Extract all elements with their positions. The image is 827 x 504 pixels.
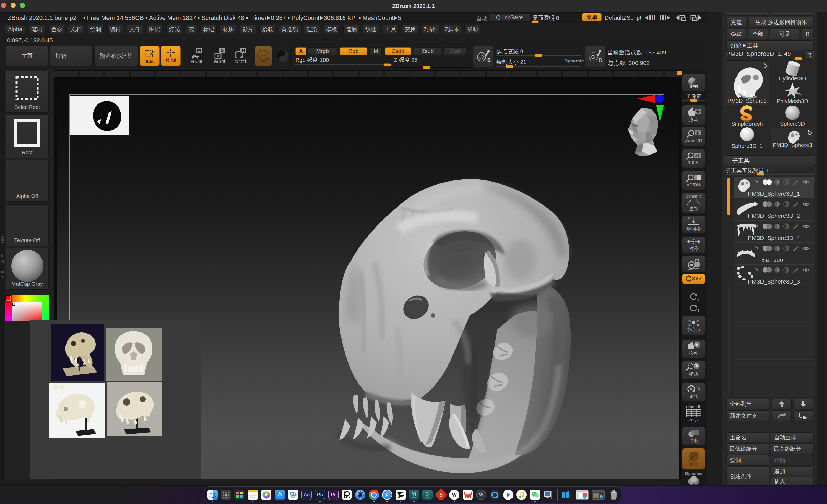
svg-text:M: M [197,48,201,53]
svg-text:z: z [697,308,700,313]
svg-text:D: D [598,57,603,64]
svg-text:S: S [487,57,491,63]
svg-text:y: y [697,296,700,301]
svg-text:BPR: BPR [689,84,698,89]
svg-text:S: S [221,48,224,53]
svg-text:x1: x1 [695,153,699,158]
